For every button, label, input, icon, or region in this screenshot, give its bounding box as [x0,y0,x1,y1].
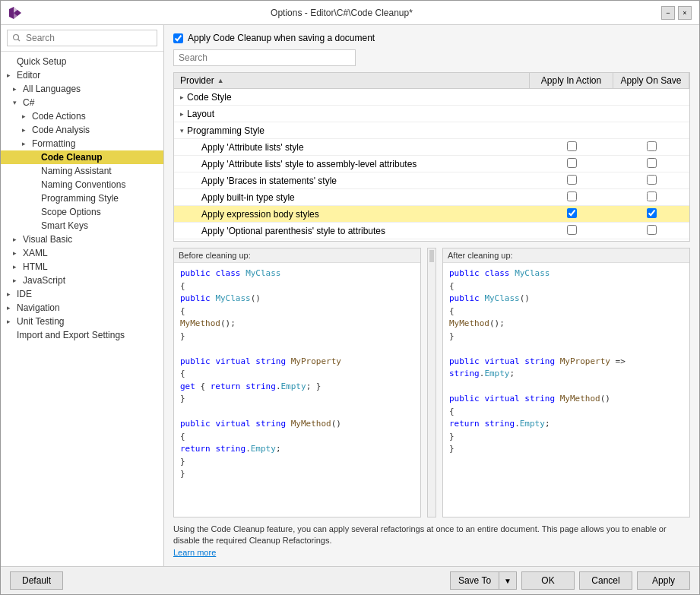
provider-save-checkbox[interactable] [647,208,657,218]
provider-save-checkbox-cell [613,223,689,239]
sidebar-item-label: Scope Options [41,207,101,217]
sidebar-item-programming-style[interactable]: Programming Style [1,191,163,205]
code-line: public virtual string MyMethod() [449,393,683,406]
provider-save-checkbox-cell [613,112,689,116]
code-token: public [449,293,480,303]
code-token: return [449,419,480,429]
code-token: class [215,268,240,278]
sidebar-item-quick-setup[interactable]: Quick Setup [1,55,163,68]
sidebar-item-label: IDE [17,289,32,299]
sidebar-item-label: Code Actions [32,111,86,122]
apply-button[interactable]: Apply [637,571,690,590]
sidebar-item-navigation[interactable]: ▸Navigation [1,301,163,315]
learn-more-link[interactable]: Learn more [173,548,216,557]
provider-save-checkbox[interactable] [647,158,657,168]
default-button[interactable]: Default [10,571,63,590]
tree-arrow-icon: ▸ [7,71,14,79]
close-button[interactable]: × [678,6,692,20]
code-token: { [449,281,455,291]
provider-save-checkbox[interactable] [647,175,657,185]
ok-button[interactable]: OK [521,571,575,590]
code-token: { [180,281,185,291]
code-line: } [180,331,414,343]
sidebar-item-naming-conventions[interactable]: Naming Conventions [1,178,163,191]
code-token: string [484,419,515,429]
cancel-button[interactable]: Cancel [579,571,632,590]
sidebar-item-smart-keys[interactable]: Smart Keys [1,219,163,233]
sidebar-item-visual-basic[interactable]: ▸Visual Basic [1,233,163,246]
code-line: { [449,280,683,293]
tree-arrow-icon: ▸ [13,249,21,257]
code-token: MyMethod [180,318,220,328]
code-token: Empty [484,369,509,378]
sidebar-item-code-analysis[interactable]: ▸Code Analysis [1,123,163,137]
tree-arrow-icon: ▸ [13,85,21,93]
code-line [449,381,683,394]
tree-search-input[interactable] [7,30,157,46]
code-line [180,406,414,419]
sidebar-item-all-languages[interactable]: ▸All Languages [1,82,163,96]
sidebar-item-javascript[interactable]: ▸JavaScript [1,274,163,287]
code-token: (); [489,318,505,328]
provider-name-label: Layout [187,109,214,119]
bottom-right: Save To ▼ OK Cancel Apply [450,571,690,590]
save-to-split: Save To ▼ [450,571,517,590]
provider-action-checkbox-cell [530,190,613,205]
code-token: return [211,381,241,391]
sidebar-item-xaml[interactable]: ▸XAML [1,246,163,260]
provider-action-checkbox[interactable] [567,141,577,151]
provider-action-checkbox[interactable] [567,175,577,185]
col-provider: Provider ▲ [174,73,530,88]
sidebar-item-naming-assistant[interactable]: Naming Assistant [1,164,163,178]
sidebar-item-scope-options[interactable]: Scope Options [1,205,163,219]
apply-checkbox[interactable] [173,33,183,43]
provider-row-name: Apply 'Optional parenthesis' style to at… [174,223,530,239]
code-token: . [276,381,281,391]
sidebar-item-formatting[interactable]: ▸Formatting [1,137,163,150]
provider-action-checkbox[interactable] [567,208,577,218]
expand-icon[interactable]: ▾ [180,127,184,135]
provider-action-checkbox-cell [530,112,613,116]
titlebar-controls: − × [661,6,692,20]
provider-action-checkbox[interactable] [567,191,577,201]
save-to-dropdown[interactable]: ▼ [499,571,517,590]
provider-search-input[interactable] [173,49,356,66]
code-line: return string.Empty; [449,418,683,431]
sort-arrow-icon: ▲ [217,77,224,84]
provider-row: Apply 'Attribute lists' style [174,139,689,156]
provider-action-checkbox[interactable] [567,225,577,235]
code-line [180,343,414,356]
sidebar-item-code-actions[interactable]: ▸Code Actions [1,109,163,123]
sidebar-item-import-export[interactable]: Import and Export Settings [1,328,163,342]
sidebar-item-unit-testing[interactable]: ▸Unit Testing [1,315,163,328]
code-line: } [449,431,683,444]
provider-row: Apply built-in type style [174,189,689,206]
bottom-left: Default [10,571,63,590]
after-panel: After cleaning up: public class MyClass{… [442,248,690,517]
provider-save-checkbox[interactable] [647,141,657,151]
sidebar-item-code-cleanup[interactable]: Code Cleanup [1,150,163,164]
code-token: string [255,419,286,429]
sidebar-item-ide[interactable]: ▸IDE [1,287,163,301]
code-token: string [449,369,480,378]
sidebar-item-csharp[interactable]: ▾C# [1,96,163,109]
code-token: . [515,419,520,429]
code-token: { [449,407,455,416]
sidebar-item-html[interactable]: ▸HTML [1,260,163,274]
code-token: public [449,356,480,366]
provider-save-checkbox[interactable] [647,191,657,201]
code-token: MyClass [484,293,519,303]
save-to-button[interactable]: Save To [450,571,499,590]
code-token: ; [545,419,550,429]
provider-save-checkbox[interactable] [647,225,657,235]
expand-icon[interactable]: ▸ [180,110,184,118]
provider-action-checkbox[interactable] [567,158,577,168]
code-token: class [484,268,509,278]
minimize-button[interactable]: − [661,6,675,20]
sidebar-item-editor[interactable]: ▸Editor [1,68,163,82]
code-token: => [610,356,626,366]
code-token [555,356,560,366]
code-line: { [449,305,683,318]
code-token: MyMethod [449,318,489,328]
expand-icon[interactable]: ▸ [180,93,184,101]
